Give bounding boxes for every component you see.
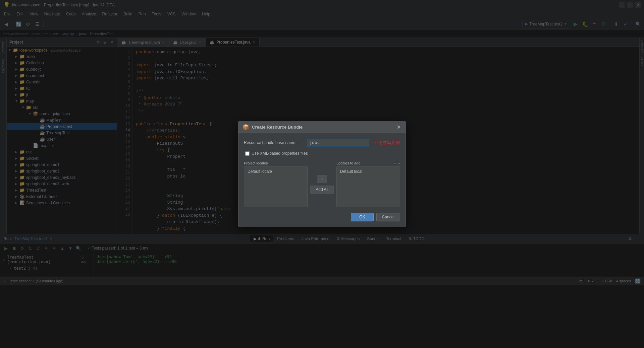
locales-to-add-list: Default local [336, 166, 400, 207]
project-locales-list: Default locale [244, 166, 308, 207]
project-locales-body: Default locale [244, 167, 307, 207]
ok-button[interactable]: OK [351, 213, 373, 221]
project-locales-label: Project locales [244, 161, 308, 165]
locales-to-add-panel: Locales to add + − Default local [336, 161, 400, 207]
dialog-title-bar: 📦 Create Resource Bundle ✕ [238, 121, 406, 133]
add-all-button[interactable]: Add All [310, 186, 334, 194]
create-resource-bundle-dialog: 📦 Create Resource Bundle ✕ Resource bund… [238, 121, 406, 227]
project-locales-panel: Project locales Default locale [244, 161, 308, 207]
locales-to-add-label: Locales to add [336, 161, 361, 165]
dialog-title-left: 📦 Create Resource Bundle [243, 124, 303, 130]
add-locale-plus-button[interactable]: + [394, 161, 396, 165]
dialog-body: Resource bundle base name: 不用在写后缀 Use XM… [238, 133, 406, 227]
basename-input[interactable] [307, 139, 369, 146]
xml-checkbox-label: Use XML-based properties files [252, 151, 308, 156]
locales-to-add-controls: + − [394, 161, 400, 165]
xml-checkbox[interactable] [245, 151, 250, 156]
dialog-title: Create Resource Bundle [252, 125, 303, 130]
basename-label: Resource bundle base name: [244, 140, 304, 145]
locale-transfer-area: → Add All [310, 161, 334, 207]
remove-locale-minus-button[interactable]: − [398, 161, 400, 165]
dialog-actions: OK Cancel [244, 211, 400, 221]
cancel-button[interactable]: Cancel [376, 213, 400, 221]
locales-section: Project locales Default locale → Add All… [244, 161, 400, 207]
dialog-close-button[interactable]: ✕ [396, 125, 401, 130]
add-locale-button[interactable]: → [317, 175, 327, 183]
locales-to-add-header: Locales to add + − [336, 161, 400, 165]
default-local-item[interactable]: Default local [338, 168, 398, 175]
dialog-icon: 📦 [243, 124, 249, 130]
locales-to-add-body: Default local [337, 167, 400, 207]
default-locale-item[interactable]: Default locale [246, 168, 306, 175]
xml-checkbox-row: Use XML-based properties files [244, 151, 400, 156]
basename-field: Resource bundle base name: 不用在写后缀 [244, 139, 400, 146]
modal-overlay: 📦 Create Resource Bundle ✕ Resource bund… [0, 0, 644, 348]
basename-annotation: 不用在写后缀 [374, 140, 400, 146]
